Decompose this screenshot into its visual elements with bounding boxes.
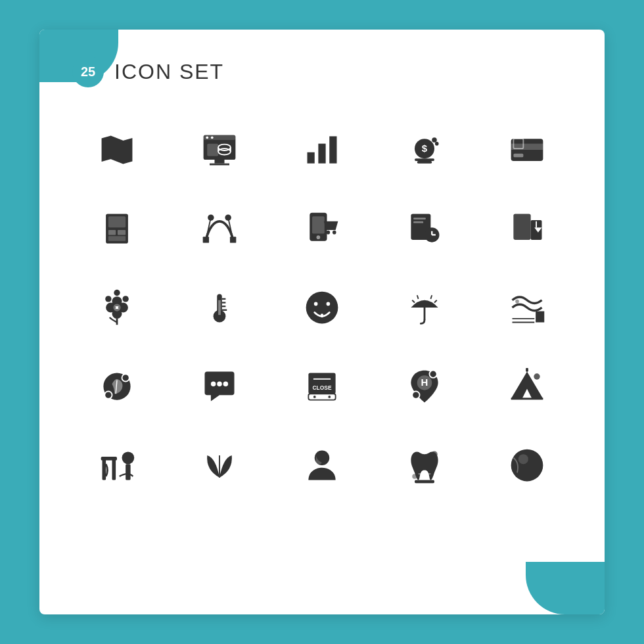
svg-line-73	[417, 295, 419, 299]
svg-point-84	[217, 382, 222, 387]
svg-point-82	[104, 392, 112, 399]
playground-icon	[72, 436, 162, 495]
time-document-icon	[380, 199, 469, 258]
svg-point-109	[431, 451, 437, 457]
svg-rect-36	[312, 216, 325, 233]
svg-text:CLOSE: CLOSE	[312, 384, 331, 391]
svg-point-78	[515, 300, 519, 304]
svg-point-57	[105, 296, 111, 302]
svg-point-103	[122, 451, 135, 464]
svg-rect-13	[329, 136, 336, 163]
svg-rect-41	[413, 218, 426, 219]
flower-icon	[72, 278, 162, 337]
count-badge: 25	[72, 56, 104, 87]
chat-icon	[175, 357, 264, 416]
svg-rect-97	[526, 368, 528, 372]
svg-point-16	[432, 137, 437, 143]
svg-point-81	[122, 374, 129, 381]
svg-point-95	[412, 392, 419, 399]
svg-point-90	[313, 396, 316, 398]
svg-rect-27	[118, 230, 126, 235]
svg-point-2	[206, 136, 208, 139]
umbrella-icon	[380, 278, 469, 337]
svg-point-58	[122, 296, 128, 302]
svg-rect-4	[207, 144, 218, 156]
mobile-shop-icon	[277, 199, 367, 258]
svg-rect-26	[108, 230, 116, 235]
close-sign-icon: CLOSE	[277, 357, 367, 416]
svg-rect-75	[536, 311, 544, 323]
leaf-badge-icon	[72, 357, 162, 416]
hospital-pin-icon: H	[380, 357, 469, 416]
svg-rect-42	[413, 221, 423, 223]
kiosk-icon	[72, 199, 162, 258]
person-icon	[277, 436, 367, 495]
wind-icon	[482, 278, 572, 337]
svg-rect-10	[210, 164, 229, 166]
svg-rect-87	[308, 394, 335, 400]
svg-point-94	[430, 371, 437, 378]
svg-point-39	[333, 231, 336, 235]
svg-rect-108	[415, 480, 434, 484]
svg-rect-22	[513, 154, 523, 158]
svg-point-66	[306, 292, 338, 324]
svg-point-111	[511, 449, 543, 482]
svg-point-112	[518, 454, 528, 464]
svg-text:$: $	[422, 143, 428, 154]
svg-point-85	[223, 382, 229, 387]
svg-point-17	[435, 142, 439, 146]
svg-rect-100	[103, 458, 106, 480]
svg-rect-104	[126, 464, 131, 480]
map-icon	[72, 120, 162, 179]
savings-icon: $	[380, 120, 469, 179]
svg-line-72	[434, 300, 437, 303]
svg-rect-12	[318, 144, 325, 164]
svg-rect-11	[308, 152, 315, 164]
bezier-icon	[175, 199, 264, 258]
bar-chart-icon	[277, 120, 367, 179]
tent-icon	[482, 357, 572, 416]
thermometer-icon	[175, 278, 264, 337]
svg-line-74	[430, 295, 432, 299]
web-database-icon	[175, 120, 264, 179]
svg-point-38	[327, 231, 331, 235]
svg-text:H: H	[421, 377, 428, 388]
svg-line-71	[412, 300, 415, 303]
svg-point-56	[114, 290, 120, 296]
header: 25 ICON SET	[72, 56, 572, 87]
tooth-icon	[380, 436, 469, 495]
import-icon	[482, 199, 572, 258]
svg-point-99	[534, 373, 540, 379]
svg-rect-25	[108, 216, 126, 227]
ball-icon	[482, 436, 572, 495]
svg-point-68	[327, 302, 331, 306]
corner-decoration-br	[526, 562, 605, 614]
svg-point-67	[314, 302, 318, 306]
svg-point-91	[328, 396, 331, 398]
svg-point-3	[211, 136, 214, 139]
svg-rect-101	[112, 458, 116, 480]
svg-rect-19	[417, 161, 432, 164]
svg-point-37	[317, 235, 321, 239]
page-title: ICON SET	[114, 60, 224, 84]
svg-rect-9	[215, 160, 225, 164]
leaves-icon	[175, 436, 264, 495]
svg-point-54	[113, 304, 120, 311]
svg-rect-47	[513, 214, 530, 240]
svg-rect-18	[415, 158, 434, 161]
svg-rect-28	[108, 236, 126, 241]
svg-rect-69	[321, 313, 323, 317]
svg-point-110	[412, 474, 417, 479]
icon-grid: $	[72, 120, 572, 495]
emoji-icon	[277, 278, 367, 337]
svg-rect-61	[218, 300, 221, 315]
icon-set-card: 25 ICON SET	[39, 30, 605, 614]
credit-card-icon	[482, 120, 572, 179]
svg-point-83	[211, 382, 216, 387]
svg-rect-102	[101, 457, 117, 461]
